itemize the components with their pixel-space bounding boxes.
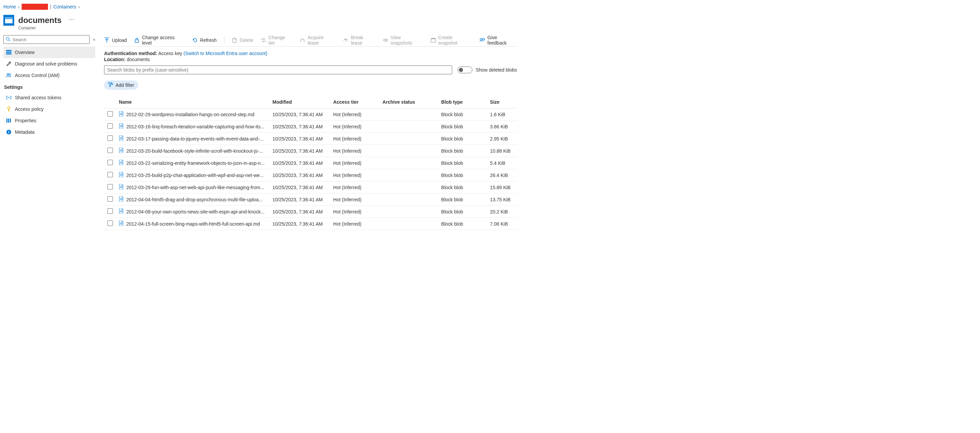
upload-button[interactable]: Upload (104, 38, 127, 43)
blob-name[interactable]: 2012-03-16-linq-foreach-iteration-variab… (126, 124, 265, 129)
collapse-sidebar-button[interactable]: « (93, 37, 95, 42)
sidebar-item-label: Properties (15, 118, 37, 123)
col-header-archive[interactable]: Archive status (380, 96, 439, 108)
toolbar-label: Give feedback (487, 35, 517, 46)
blob-name[interactable]: 2012-02-29-wordpress-installation-hangs-… (126, 112, 255, 117)
table-row[interactable]: 2012-03-17-passing-data-to-jquery-events… (104, 133, 517, 145)
refresh-button[interactable]: Refresh (192, 38, 216, 43)
chevron-right-icon: › (18, 4, 20, 10)
row-checkbox[interactable] (107, 111, 113, 117)
blob-size: 20.2 KiB (487, 206, 517, 218)
file-icon (119, 208, 124, 215)
row-checkbox[interactable] (107, 135, 113, 141)
row-checkbox[interactable] (107, 123, 113, 129)
file-icon (119, 184, 124, 190)
sidebar-item-metadata[interactable]: Metadata (3, 126, 95, 138)
sidebar-section-settings: Settings (3, 81, 95, 92)
auth-method-label: Authentication method: (104, 51, 157, 56)
blob-type: Block blob (439, 133, 487, 145)
row-checkbox[interactable] (107, 208, 113, 214)
eye-icon (383, 38, 388, 43)
col-header-tier[interactable]: Access tier (331, 96, 380, 108)
table-row[interactable]: 2012-04-15-full-screen-bing-maps-with-ht… (104, 218, 517, 230)
sidebar-search-input[interactable] (13, 37, 87, 42)
sidebar-item-iam[interactable]: Access Control (IAM) (3, 70, 95, 81)
blob-archive (380, 121, 439, 133)
more-actions-button[interactable]: ··· (69, 16, 74, 23)
blob-size: 7.08 KiB (487, 218, 517, 230)
breadcrumb-home[interactable]: Home (3, 4, 16, 10)
show-deleted-label: Show deleted blobs (476, 67, 517, 73)
blobs-table: Name Modified Access tier Archive status… (104, 96, 517, 230)
row-checkbox[interactable] (107, 220, 113, 226)
sidebar-item-access-policy[interactable]: Access policy (3, 103, 95, 115)
row-checkbox[interactable] (107, 196, 113, 201)
blob-name[interactable]: 2012-04-04-html5-drag-and-drop-asynchron… (126, 197, 262, 202)
location-line: Location: documents (104, 57, 517, 62)
blob-tier: Hot (Inferred) (331, 145, 380, 157)
file-icon (119, 111, 124, 117)
svg-rect-19 (8, 131, 9, 132)
col-header-size[interactable]: Size (487, 96, 517, 108)
toolbar-label: Refresh (200, 38, 216, 43)
file-icon (119, 172, 124, 178)
blob-modified: 10/25/2023, 7:36:41 AM (270, 169, 331, 181)
table-row[interactable]: 2012-03-29-fun-with-asp-net-web-api-push… (104, 181, 517, 194)
table-row[interactable]: 2012-02-29-wordpress-installation-hangs-… (104, 108, 517, 121)
row-checkbox[interactable] (107, 148, 113, 153)
breadcrumb-containers[interactable]: Containers (53, 4, 76, 10)
breadcrumb-account-redacted[interactable] (22, 4, 48, 10)
sidebar-item-diagnose[interactable]: Diagnose and solve problems (3, 58, 95, 70)
table-row[interactable]: 2012-04-08-your-own-sports-news-site-wit… (104, 206, 517, 218)
blob-name[interactable]: 2012-03-25-build-p2p-chat-application-wi… (126, 173, 264, 178)
svg-rect-7 (6, 50, 11, 51)
overview-icon (6, 50, 11, 55)
change-access-button[interactable]: Change access level (134, 35, 185, 46)
table-row[interactable]: 2012-03-20-build-facebook-style-infinite… (104, 145, 517, 157)
svg-rect-4 (5, 19, 13, 23)
file-icon (119, 160, 124, 166)
chevron-right-icon: › (78, 4, 80, 10)
blob-name[interactable]: 2012-04-15-full-screen-bing-maps-with-ht… (126, 221, 260, 227)
blob-modified: 10/25/2023, 7:36:41 AM (270, 194, 331, 206)
give-feedback-button[interactable]: Give feedback (479, 35, 517, 46)
properties-icon (6, 118, 11, 123)
blob-tier: Hot (Inferred) (331, 169, 380, 181)
key-icon (6, 106, 11, 112)
col-header-name[interactable]: Name (116, 96, 270, 108)
row-checkbox[interactable] (107, 160, 113, 165)
blob-name[interactable]: 2012-03-20-build-facebook-style-infinite… (126, 148, 263, 154)
table-row[interactable]: 2012-03-25-build-p2p-chat-application-wi… (104, 169, 517, 181)
switch-auth-link[interactable]: (Switch to Microsoft Entra user account) (183, 51, 267, 56)
svg-rect-28 (431, 38, 435, 39)
page-title: documents (18, 16, 62, 25)
toolbar-label: Change access level (142, 35, 185, 46)
blob-name[interactable]: 2012-03-29-fun-with-asp-net-web-api-push… (126, 185, 264, 190)
svg-point-26 (385, 40, 386, 41)
row-checkbox[interactable] (107, 172, 113, 177)
blob-prefix-search[interactable] (104, 65, 452, 74)
svg-rect-30 (482, 38, 485, 40)
toolbar: Upload Change access level Refresh (104, 35, 517, 47)
blob-type: Block blob (439, 218, 487, 230)
add-filter-label: Add filter (116, 82, 134, 88)
show-deleted-toggle[interactable] (458, 67, 473, 73)
table-row[interactable]: 2012-04-04-html5-drag-and-drop-asynchron… (104, 194, 517, 206)
blob-archive (380, 108, 439, 121)
sidebar-item-overview[interactable]: Overview (3, 47, 95, 58)
sidebar-item-properties[interactable]: Properties (3, 115, 95, 126)
sidebar-search[interactable] (3, 35, 89, 44)
toolbar-label: Change tier (269, 35, 293, 46)
col-header-type[interactable]: Blob type (439, 96, 487, 108)
col-header-modified[interactable]: Modified (270, 96, 331, 108)
add-filter-button[interactable]: Add filter (104, 80, 138, 90)
blob-name[interactable]: 2012-04-08-your-own-sports-news-site-wit… (126, 209, 265, 214)
blob-name[interactable]: 2012-03-17-passing-data-to-jquery-events… (126, 136, 264, 141)
page-subtitle: Container (18, 26, 517, 30)
blob-name[interactable]: 2012-03-22-serializing-entity-framework-… (126, 160, 265, 166)
table-row[interactable]: 2012-03-22-serializing-entity-framework-… (104, 157, 517, 169)
row-checkbox[interactable] (107, 184, 113, 189)
table-row[interactable]: 2012-03-16-linq-foreach-iteration-variab… (104, 121, 517, 133)
sidebar-item-sas[interactable]: Shared access tokens (3, 92, 95, 103)
link-icon (6, 96, 11, 99)
